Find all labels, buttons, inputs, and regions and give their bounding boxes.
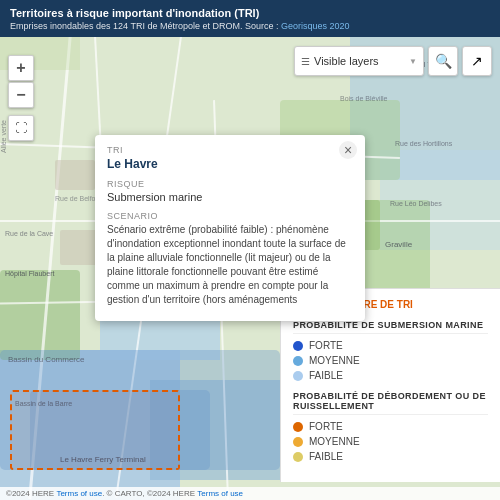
risque-label: RISQUE: [107, 179, 353, 189]
tri-value: Le Havre: [107, 157, 353, 171]
zoom-controls: + −: [8, 55, 34, 108]
fullscreen-button[interactable]: ⛶: [8, 115, 34, 141]
list-item: MOYENNE: [293, 355, 488, 366]
list-item: FAIBLE: [293, 451, 488, 462]
moyenne-submersion-label: MOYENNE: [309, 355, 360, 366]
layers-selector[interactable]: ☰ Visible layers ▼: [294, 46, 424, 76]
faible-debordement-label: FAIBLE: [309, 451, 343, 462]
list-item: FORTE: [293, 340, 488, 351]
list-item: FORTE: [293, 421, 488, 432]
share-icon: ↗: [471, 53, 483, 69]
search-button[interactable]: 🔍: [428, 46, 458, 76]
zoom-out-button[interactable]: −: [8, 82, 34, 108]
faible-submersion-label: FAIBLE: [309, 370, 343, 381]
debordement-section: PROBABILITÉ DE DÉBORDEMENT OU DE RUISSEL…: [293, 391, 488, 462]
share-button[interactable]: ↗: [462, 46, 492, 76]
scenario-label: SCENARIO: [107, 211, 353, 221]
subtitle-text: Emprises inondables des 124 TRI de Métro…: [10, 21, 281, 31]
copyright-separator: . © CARTO, ©2024 HERE: [102, 489, 195, 498]
terms-link-2[interactable]: Terms of use: [197, 489, 243, 498]
search-icon: 🔍: [435, 53, 452, 69]
terms-link-1[interactable]: Terms of use: [56, 489, 102, 498]
toolbar: ☰ Visible layers ▼ 🔍 ↗: [294, 46, 492, 76]
list-item: MOYENNE: [293, 436, 488, 447]
faible-submersion-dot: [293, 371, 303, 381]
info-popup: × TRI Le Havre RISQUE Submersion marine …: [95, 135, 365, 321]
page-title: Territoires à risque important d'inondat…: [10, 6, 490, 20]
submersion-section: PROBABILITÉ DE SUBMERSION MARINE FORTE M…: [293, 320, 488, 381]
chevron-down-icon: ▼: [409, 57, 417, 66]
copyright-bar: ©2024 HERE Terms of use . © CARTO, ©2024…: [0, 487, 500, 500]
forte-submersion-dot: [293, 341, 303, 351]
forte-submersion-label: FORTE: [309, 340, 343, 351]
debordement-title: PROBABILITÉ DE DÉBORDEMENT OU DE RUISSEL…: [293, 391, 488, 415]
copyright-text: ©2024 HERE: [6, 489, 54, 498]
header: Territoires à risque important d'inondat…: [0, 0, 500, 37]
scenario-description: Scénario extrême (probabilité faible) : …: [107, 223, 353, 307]
layers-icon: ☰: [301, 56, 310, 67]
fullscreen-icon: ⛶: [15, 121, 27, 135]
submersion-title: PROBABILITÉ DE SUBMERSION MARINE: [293, 320, 488, 334]
close-button[interactable]: ×: [339, 141, 357, 159]
faible-debordement-dot: [293, 452, 303, 462]
forte-debordement-dot: [293, 422, 303, 432]
moyenne-debordement-dot: [293, 437, 303, 447]
page-subtitle: Emprises inondables des 124 TRI de Métro…: [10, 21, 490, 31]
moyenne-submersion-dot: [293, 356, 303, 366]
moyenne-debordement-label: MOYENNE: [309, 436, 360, 447]
source-link[interactable]: Georisques 2020: [281, 21, 350, 31]
risque-value: Submersion marine: [107, 191, 353, 203]
tri-label: TRI: [107, 145, 353, 155]
zoom-in-button[interactable]: +: [8, 55, 34, 81]
forte-debordement-label: FORTE: [309, 421, 343, 432]
layers-label: Visible layers: [314, 55, 405, 67]
map-container: Avenue Paul Verlaine Rue des Hortillons …: [0, 0, 500, 500]
list-item: FAIBLE: [293, 370, 488, 381]
info-card-content: TRI Le Havre RISQUE Submersion marine SC…: [95, 135, 365, 321]
